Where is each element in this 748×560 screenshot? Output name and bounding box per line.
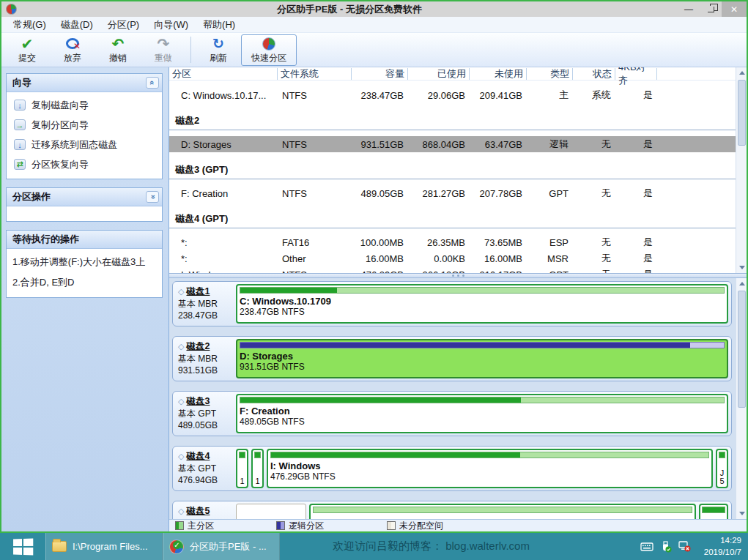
minimize-button[interactable]: — (678, 1, 700, 17)
cell-unused: 73.65MB (470, 237, 527, 248)
app-icon (6, 4, 17, 15)
column-header-capacity[interactable]: 容量 (352, 68, 408, 80)
taskbar-clock[interactable]: 14:29 2019/10/7 (695, 535, 748, 558)
scroll-down-icon[interactable] (736, 508, 747, 519)
menu-item-general[interactable]: 常规(G) (6, 17, 53, 32)
legend-item-unallocated-space: 未分配空间 (387, 520, 443, 532)
wizards-panel-header[interactable]: 向导 « (7, 74, 162, 92)
partition-block[interactable]: D: Storages931.51GB NTFS (236, 339, 728, 378)
task-file-explorer[interactable]: I:\Program Files... (45, 533, 163, 560)
cell-aligned: 是 (615, 236, 657, 249)
redo-button[interactable]: ↷重做 (141, 34, 186, 66)
cell-status: 无 (573, 187, 615, 200)
disk-icon: ◇ (178, 342, 184, 351)
copy-partition-wizard[interactable]: →复制分区向导 (7, 115, 162, 135)
partition-block[interactable]: 1 (251, 449, 264, 488)
close-button[interactable]: ✕ (722, 1, 747, 17)
usage-strip (240, 342, 725, 348)
refresh-icon: ↻ (212, 36, 224, 52)
cell-type: 主 (527, 89, 573, 102)
commit-button[interactable]: ✔提交 (4, 34, 50, 66)
partition-block[interactable]: C: Windows.10.1709238.47GB NTFS (236, 284, 728, 324)
copy-disk-wizard[interactable]: ↓复制磁盘向导 (7, 95, 162, 115)
scroll-up-icon[interactable] (736, 67, 747, 78)
collapse-chevron-icon[interactable]: « (146, 77, 159, 89)
scroll-up-icon[interactable] (736, 278, 747, 289)
partition-recovery[interactable]: ⇄分区恢复向导 (7, 154, 162, 174)
table-scrollbar[interactable] (736, 67, 747, 273)
cell-fs: Other (278, 253, 352, 264)
partition-block[interactable]: J5 (716, 449, 728, 488)
clock-time: 14:29 (695, 535, 741, 547)
disk-scroll-thumb[interactable] (738, 291, 746, 408)
table-group-row[interactable]: 磁盘4 (GPT) (169, 209, 747, 228)
migrate-os-to-ssd[interactable]: ↓迁移系统到固态磁盘 (7, 135, 162, 154)
disk-row[interactable]: ◇磁盘3基本 GPT489.05GBF: Creation489.05GB NT… (172, 391, 732, 436)
column-header-name[interactable]: 分区 (169, 68, 278, 80)
splitter-handle[interactable] (169, 273, 747, 278)
partition-block[interactable] (699, 504, 728, 519)
disk-row[interactable]: ◇磁盘1基本 MBR238.47GBC: Windows.10.1709238.… (172, 281, 732, 326)
expand-chevron-icon[interactable]: « (146, 191, 159, 203)
discard-button[interactable]: ✕放弃 (50, 34, 95, 66)
disk-size: 238.47GB (178, 310, 234, 321)
undo-button[interactable]: ↶撤销 (95, 34, 141, 66)
cell-name: *: (169, 237, 278, 248)
disk-label: ◇磁盘5 (173, 501, 236, 519)
usage-strip (240, 397, 725, 403)
partition-recovery-label: 分区恢复向导 (32, 158, 89, 171)
restore-button[interactable] (700, 1, 722, 17)
table-row[interactable]: C: Windows.10.17...NTFS238.47GB29.06GB20… (169, 87, 747, 103)
task-partition-assistant[interactable]: 分区助手PE版 - ... (163, 533, 280, 560)
cell-used: 266.12GB (408, 269, 470, 274)
table-row[interactable]: I: Wind...NTFS476.29GB266.12GB210.17GBGP… (169, 266, 747, 273)
menu-item-disk[interactable]: 磁盘(D) (53, 17, 100, 32)
usb-device-icon[interactable] (660, 541, 672, 553)
column-header-status[interactable]: 状态 (573, 68, 615, 80)
disk-name: 磁盘4 (186, 451, 210, 461)
disk-row[interactable]: ◇磁盘2基本 MBR931.51GBD: Storages931.51GB NT… (172, 336, 732, 381)
table-group-row[interactable]: 磁盘2 (169, 111, 747, 130)
cell-aligned: 是 (615, 138, 657, 151)
column-header-unused[interactable]: 未使用 (470, 68, 527, 80)
partition-label: 1 (239, 477, 245, 485)
scroll-down-icon[interactable] (736, 262, 747, 273)
table-row[interactable]: F: CreationNTFS489.05GB281.27GB207.78GBG… (169, 185, 747, 201)
copy-partition-wizard-label: 复制分区向导 (32, 119, 89, 132)
pending-ops-header[interactable]: 等待执行的操作 (7, 231, 162, 249)
network-error-icon[interactable] (678, 541, 691, 552)
cell-unused: 16.00MB (470, 253, 527, 264)
disk-row[interactable]: ◇磁盘5 (172, 501, 732, 519)
table-scroll-thumb[interactable] (738, 80, 746, 146)
partition-ops-header[interactable]: 分区操作 « (7, 188, 162, 206)
table-row[interactable]: *:FAT16100.00MB26.35MB73.65MBESP无是 (169, 234, 747, 250)
keyboard-icon[interactable] (640, 542, 653, 552)
legend-bar: 主分区逻辑分区未分配空间 (169, 519, 747, 531)
start-button[interactable] (0, 533, 45, 560)
table-row[interactable]: *:Other16.00MB0.00KB16.00MBMSR无是 (169, 250, 747, 266)
partition-block[interactable]: F: Creation489.05GB NTFS (236, 394, 728, 433)
column-header-aligned[interactable]: 4KB对齐 (615, 68, 657, 80)
partition-block[interactable]: I: Windows476.29GB NTFS (267, 449, 713, 488)
cell-name: D: Storages (169, 139, 278, 150)
table-row[interactable]: D: StoragesNTFS931.51GB868.04GB63.47GB逻辑… (169, 136, 747, 152)
partition-block[interactable]: 1 (236, 449, 248, 488)
column-header-used[interactable]: 已使用 (408, 68, 470, 80)
cell-used: 281.27GB (408, 188, 470, 199)
cell-status: 系统 (573, 89, 615, 102)
disk-row[interactable]: ◇磁盘4基本 GPT476.94GB11I: Windows476.29GB N… (172, 446, 732, 491)
refresh-button[interactable]: ↻刷新 (196, 34, 241, 66)
quick-partition-button[interactable]: 快速分区 (241, 34, 297, 66)
column-header-fs[interactable]: 文件系统 (278, 68, 352, 80)
menu-item-partition[interactable]: 分区(P) (100, 17, 147, 32)
disk-scrollbar[interactable] (736, 278, 747, 519)
menu-item-help[interactable]: 帮助(H) (196, 17, 242, 32)
column-header-type[interactable]: 类型 (527, 68, 573, 80)
menu-item-wizard[interactable]: 向导(W) (147, 17, 196, 32)
unallocated-block[interactable] (236, 504, 306, 519)
legend-label: 主分区 (188, 520, 214, 532)
partition-block[interactable] (309, 504, 696, 519)
folder-icon (52, 541, 67, 552)
copy-disk-wizard-label: 复制磁盘向导 (32, 99, 89, 112)
table-group-row[interactable]: 磁盘3 (GPT) (169, 160, 747, 179)
